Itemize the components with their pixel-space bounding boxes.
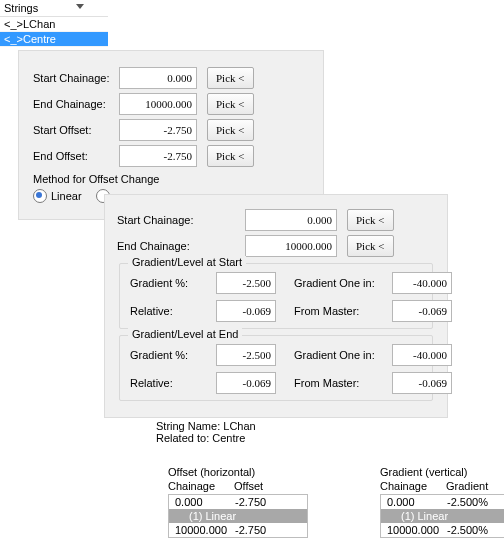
table-group-row[interactable]: (1) Linear [169, 509, 307, 523]
grad-pct-input[interactable] [216, 344, 276, 366]
relative-label: Relative: [130, 305, 208, 317]
gradient-start-group: Gradient/Level at Start Gradient %: Grad… [119, 263, 433, 329]
grad-one-input[interactable] [392, 344, 452, 366]
grad-one-label: Gradient One in: [294, 349, 384, 361]
offset-table: Offset (horizontal) ChainageOffset 0.000… [168, 466, 308, 538]
group-title: Gradient/Level at Start [128, 256, 246, 268]
col-gradient: Gradient [446, 480, 488, 492]
table-row[interactable]: 0.000-2.500% [381, 495, 504, 509]
gradient-table-box[interactable]: 0.000-2.500% (1) Linear 10000.000-2.500% [380, 494, 504, 538]
strings-header[interactable]: Strings [0, 0, 108, 17]
table-row[interactable]: 0.000-2.750 [169, 495, 307, 509]
from-master-label: From Master: [294, 305, 384, 317]
string-name-value: LChan [223, 420, 255, 432]
relative-input[interactable] [216, 300, 276, 322]
start-chainage-input[interactable] [119, 67, 197, 89]
pick-button[interactable]: Pick < [207, 119, 254, 141]
grad-one-input[interactable] [392, 272, 452, 294]
end-offset-input[interactable] [119, 145, 197, 167]
end-chainage-input[interactable] [245, 235, 337, 257]
relative-input[interactable] [216, 372, 276, 394]
gradient-table-title: Gradient (vertical) [380, 466, 504, 478]
pick-button[interactable]: Pick < [207, 67, 254, 89]
offset-table-box[interactable]: 0.000-2.750 (1) Linear 10000.000-2.750 [168, 494, 308, 538]
grad-pct-input[interactable] [216, 272, 276, 294]
start-chainage-label: Start Chainage: [117, 214, 245, 226]
start-offset-label: Start Offset: [33, 124, 119, 136]
col-chainage: Chainage [168, 480, 226, 492]
table-group-row[interactable]: (1) Linear [381, 509, 504, 523]
from-master-label: From Master: [294, 377, 384, 389]
relative-label: Relative: [130, 377, 208, 389]
linear-radio-label: Linear [51, 190, 82, 202]
table-row[interactable]: 10000.000-2.750 [169, 523, 307, 537]
list-item[interactable]: <_>Centre [0, 32, 108, 47]
offset-table-title: Offset (horizontal) [168, 466, 308, 478]
grad-one-label: Gradient One in: [294, 277, 384, 289]
grad-pct-label: Gradient %: [130, 277, 208, 289]
related-to-value: Centre [212, 432, 245, 444]
pick-button[interactable]: Pick < [347, 209, 394, 231]
grad-pct-label: Gradient %: [130, 349, 208, 361]
from-master-input[interactable] [392, 372, 452, 394]
method-label: Method for Offset Change [33, 173, 309, 185]
col-chainage: Chainage [380, 480, 438, 492]
table-row[interactable]: 10000.000-2.500% [381, 523, 504, 537]
strings-list: Strings <_>LChan <_>Centre [0, 0, 108, 47]
group-title: Gradient/Level at End [128, 328, 242, 340]
pick-button[interactable]: Pick < [207, 93, 254, 115]
linear-radio[interactable] [33, 189, 47, 203]
end-offset-label: End Offset: [33, 150, 119, 162]
pick-button[interactable]: Pick < [207, 145, 254, 167]
start-chainage-label: Start Chainage: [33, 72, 119, 84]
gradient-end-group: Gradient/Level at End Gradient %: Gradie… [119, 335, 433, 401]
end-chainage-label: End Chainage: [117, 240, 245, 252]
col-offset: Offset [234, 480, 263, 492]
end-chainage-label: End Chainage: [33, 98, 119, 110]
gradient-table: Gradient (vertical) ChainageGradient 0.0… [380, 466, 504, 538]
string-info: String Name: LChan Related to: Centre [156, 420, 256, 444]
start-chainage-input[interactable] [245, 209, 337, 231]
end-chainage-input[interactable] [119, 93, 197, 115]
list-item[interactable]: <_>LChan [0, 17, 108, 32]
start-offset-input[interactable] [119, 119, 197, 141]
string-name-label: String Name: [156, 420, 220, 432]
pick-button[interactable]: Pick < [347, 235, 394, 257]
from-master-input[interactable] [392, 300, 452, 322]
gradient-panel: Start Chainage: Pick < End Chainage: Pic… [104, 194, 448, 418]
related-to-label: Related to: [156, 432, 209, 444]
